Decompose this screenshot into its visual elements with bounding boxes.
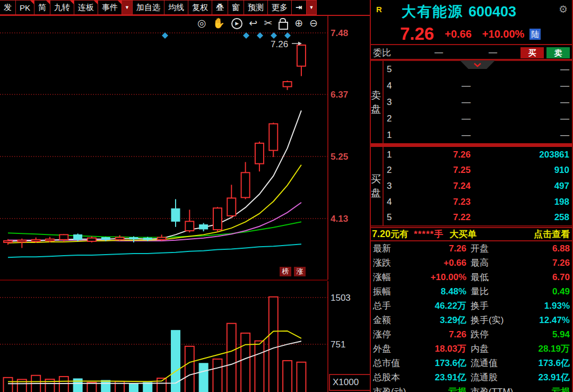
zoom-in-icon[interactable]: ⊕ bbox=[294, 17, 303, 30]
bid-price: 7.26 bbox=[400, 150, 471, 160]
ask-level-row[interactable]: 4 — — bbox=[384, 77, 572, 94]
toolbar-item[interactable]: 更多 bbox=[267, 0, 292, 15]
stat-label: 流通股 bbox=[466, 371, 525, 384]
stat-value: 亏损 bbox=[525, 386, 570, 392]
toolbar-item[interactable]: PK bbox=[15, 0, 34, 15]
stat-value: 28.19万 bbox=[525, 343, 570, 355]
stat-label: 振幅 bbox=[373, 285, 418, 298]
stat-value: 173.6亿 bbox=[525, 357, 570, 369]
stat-label: 开盘 bbox=[466, 242, 525, 255]
new-flag-notch bbox=[46, 1, 50, 4]
margin-flag-badge: R bbox=[376, 5, 382, 14]
undo-icon[interactable]: ↩ bbox=[249, 17, 257, 30]
toolbar-item[interactable]: 九转 bbox=[50, 0, 74, 15]
rank-tag[interactable]: 榜 bbox=[280, 267, 291, 276]
ask-price: — bbox=[400, 81, 471, 91]
toolbar-item[interactable]: 事件 bbox=[98, 0, 122, 15]
buy-button[interactable]: 买 bbox=[520, 47, 544, 58]
level-number: 5 bbox=[384, 212, 400, 223]
cut-icon[interactable]: ✂ bbox=[264, 17, 272, 30]
toolbar-item[interactable]: 简 bbox=[34, 0, 50, 15]
svg-text:7.26: 7.26 bbox=[271, 39, 288, 49]
toolbar-item[interactable]: 发 bbox=[0, 0, 16, 15]
level-number: 1 bbox=[384, 150, 400, 160]
stat-label: 最低 bbox=[466, 271, 525, 283]
toolbar-item-label: 简 bbox=[38, 3, 46, 13]
bid-level-row[interactable]: 3 7.24 497 bbox=[384, 178, 572, 194]
toolbar-item[interactable]: 叠 bbox=[212, 0, 228, 15]
stat-label: 总手 bbox=[373, 300, 418, 312]
pan-hand-icon[interactable]: ✋ bbox=[213, 17, 225, 30]
book-divider bbox=[371, 143, 572, 147]
toolbar-item-label: ▼ bbox=[309, 5, 314, 10]
stat-label: 市盈(TTM) bbox=[466, 386, 525, 392]
ask-book-label: 卖盘 bbox=[371, 61, 384, 143]
svg-text:7.48: 7.48 bbox=[331, 28, 348, 38]
toolbar-item[interactable]: 窗 bbox=[228, 0, 244, 15]
toolbar-item[interactable]: 预测 bbox=[244, 0, 268, 15]
svg-text:5.25: 5.25 bbox=[331, 152, 348, 162]
stat-label: 换手(实) bbox=[466, 314, 525, 326]
gear-icon[interactable]: ⚙ bbox=[559, 3, 568, 15]
toolbar-item[interactable]: ▼ bbox=[121, 0, 133, 15]
stat-value: 亏损 bbox=[418, 386, 466, 392]
stat-row: 金额 3.29亿 换手(实) 12.47% bbox=[371, 313, 572, 327]
bid-book: 买盘 1 7.26 203861 2 7.25 910 bbox=[371, 147, 572, 225]
eye-icon[interactable]: ◎ bbox=[197, 17, 206, 30]
ticker-view-link[interactable]: 点击查看 bbox=[534, 228, 570, 240]
stat-value: 5.94 bbox=[525, 329, 570, 340]
stat-value: 6.70 bbox=[525, 272, 570, 283]
kline-chart[interactable]: 7.486.375.254.137.26 bbox=[0, 16, 371, 280]
stat-label: 内盘 bbox=[466, 343, 525, 355]
chevron-down-icon bbox=[473, 63, 482, 67]
bid-level-row[interactable]: 2 7.25 910 bbox=[384, 163, 572, 179]
toolbar-item[interactable]: 均线 bbox=[164, 0, 188, 15]
level-number: 4 bbox=[384, 81, 400, 91]
toolbar-item-label: 连板 bbox=[78, 3, 94, 13]
stat-label: 市盈(动) bbox=[373, 386, 418, 392]
stat-value: +0.66 bbox=[418, 258, 466, 268]
zoom-out-icon[interactable]: ⊖ bbox=[309, 17, 318, 30]
stat-row: 总手 46.22万 换手 1.93% bbox=[371, 299, 572, 313]
stat-label: 流通值 bbox=[466, 357, 525, 369]
bid-price: 7.24 bbox=[400, 181, 471, 191]
toolbar-item[interactable]: ⇥ bbox=[291, 0, 307, 15]
svg-text:751: 751 bbox=[331, 339, 345, 350]
bid-level-row[interactable]: 4 7.23 198 bbox=[384, 194, 572, 210]
level-number: 4 bbox=[384, 197, 400, 207]
svg-text:6.37: 6.37 bbox=[331, 90, 348, 100]
sell-button[interactable]: 卖 bbox=[546, 47, 570, 58]
stat-row: 外盘 18.03万 内盘 28.19万 bbox=[371, 342, 572, 356]
bid-volume: 910 bbox=[471, 165, 572, 176]
toolbar-item[interactable]: 连板 bbox=[74, 0, 98, 15]
toolbar-item-label: 九转 bbox=[54, 3, 70, 13]
stat-value: 0.49 bbox=[525, 286, 570, 297]
lock-icon[interactable] bbox=[279, 22, 288, 30]
ask-level-row[interactable]: 3 — — bbox=[384, 94, 572, 110]
level-number: 2 bbox=[384, 114, 400, 124]
new-flag-notch bbox=[94, 1, 98, 4]
bid-volume: 497 bbox=[471, 181, 572, 191]
gainers-tag[interactable]: 涨 bbox=[294, 267, 306, 276]
volume-chart[interactable]: 1503751 bbox=[0, 281, 371, 392]
toolbar-item[interactable]: 复权 bbox=[188, 0, 212, 15]
bid-level-row[interactable]: 1 7.26 203861 bbox=[384, 147, 572, 163]
toolbar-item[interactable]: 加自选 bbox=[132, 0, 164, 15]
chart-toolbar: ◎ ✋ ▶ ↩ ✂ ⊕ ⊖ bbox=[197, 17, 318, 30]
ask-level-row[interactable]: 2 — — bbox=[384, 110, 572, 127]
toolbar-item-label: PK bbox=[20, 3, 30, 12]
weibi-value: — bbox=[435, 48, 443, 57]
stat-value: +10.00% bbox=[418, 272, 466, 283]
stat-label: 涨跌 bbox=[373, 257, 418, 269]
stat-label: 总市值 bbox=[373, 357, 418, 369]
ask-level-row[interactable]: 1 — — bbox=[384, 127, 572, 143]
bid-level-row[interactable]: 5 7.22 258 bbox=[384, 210, 572, 225]
stat-value: 23.91亿 bbox=[525, 371, 570, 384]
level-number: 5 bbox=[384, 64, 400, 75]
level-number: 1 bbox=[384, 130, 400, 141]
stat-value: 46.22万 bbox=[418, 300, 466, 312]
play-icon[interactable]: ▶ bbox=[231, 18, 242, 29]
stat-value: 1.93% bbox=[525, 301, 570, 311]
bid-book-border bbox=[371, 225, 572, 227]
toolbar-item[interactable]: ▼ bbox=[306, 0, 317, 15]
